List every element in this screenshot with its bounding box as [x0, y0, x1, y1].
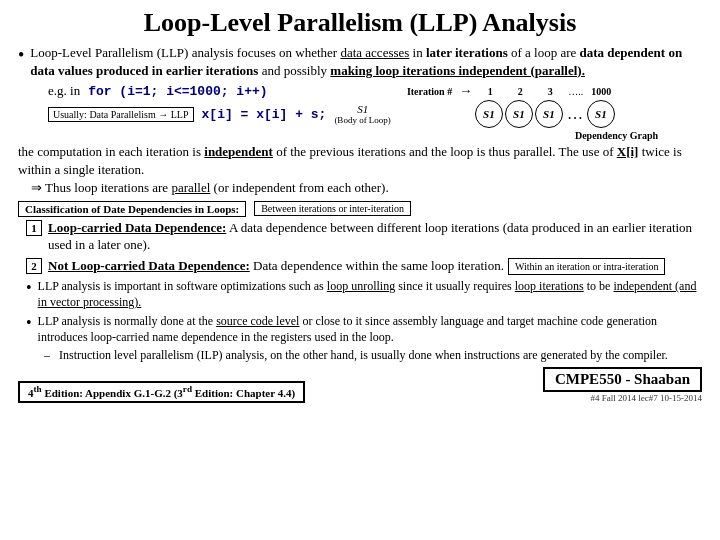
s1-label: S1	[357, 103, 368, 115]
bullet-dot: •	[18, 45, 24, 67]
iter-num-1: 1	[476, 86, 504, 97]
indep-section: the computation in each iteration is ind…	[18, 143, 702, 198]
llp-text-2: LLP analysis is normally done at the sou…	[38, 313, 702, 345]
llp-bullet-2: • LLP analysis is normally done at the s…	[26, 313, 702, 345]
iter-circle-dots: …	[567, 105, 583, 123]
item2-badge: 2	[26, 258, 42, 274]
eg-for: for (i=1; i<=1000; i++)	[88, 84, 267, 99]
iter-num-2: 2	[506, 86, 534, 97]
footer-badge: CMPE550 - Shaaban	[543, 367, 702, 392]
eg-label: e.g. in	[48, 83, 80, 99]
llp-dot-2: •	[26, 313, 32, 332]
classif-row: Classification of Date Dependencies in L…	[18, 201, 702, 217]
page: Loop-Level Parallelism (LLP) Analysis • …	[0, 0, 720, 540]
numbered-items: 1 Loop-carried Data Dependence: A data d…	[26, 219, 702, 276]
usually-label: Usually: Data Parallelism → LLP	[48, 107, 194, 122]
footer-edition-text: 4th Edition: Appendix G.1-G.2 (3rd Editi…	[28, 387, 295, 399]
llp-text-1: LLP analysis is important in software op…	[38, 278, 702, 310]
footer-right: CMPE550 - Shaaban #4 Fall 2014 lec#7 10-…	[543, 367, 702, 403]
llp-bullets: • LLP analysis is important in software …	[26, 278, 702, 345]
llp-dot-1: •	[26, 278, 32, 297]
eg-xxi: x[i] = x[i] + s;	[202, 107, 327, 122]
iter-box-1000: S1	[587, 100, 615, 128]
within-box: Within an iteration or intra-iteration	[508, 258, 665, 276]
between-box: Between iterations or inter-iteration	[254, 201, 411, 216]
dep-item-1: 1 Loop-carried Data Dependence: A data d…	[26, 219, 702, 254]
footer-row: 4th Edition: Appendix G.1-G.2 (3rd Editi…	[18, 367, 702, 403]
s1-sublabel: (Body of Loop)	[334, 115, 391, 125]
intro-text: Loop-Level Parallelism (LLP) analysis fo…	[30, 44, 702, 79]
dep-graph-label: Dependency Graph	[575, 130, 658, 141]
item2-text: Not Loop-carried Data Dependence: Data d…	[48, 257, 665, 276]
footer-small: #4 Fall 2014 lec#7 10-15-2014	[591, 393, 703, 403]
ilp-note: – Instruction level parallelism (ILP) an…	[38, 347, 702, 363]
dep-item-2: 2 Not Loop-carried Data Dependence: Data…	[26, 257, 702, 276]
iter-num-3: 3	[536, 86, 564, 97]
page-title: Loop-Level Parallelism (LLP) Analysis	[18, 8, 702, 38]
item1-text: Loop-carried Data Dependence: A data dep…	[48, 219, 702, 254]
footer-edition: 4th Edition: Appendix G.1-G.2 (3rd Editi…	[18, 381, 305, 404]
classif-box: Classification of Date Dependencies in L…	[18, 201, 246, 217]
iter-num-1000: 1000	[587, 86, 615, 97]
intro-section: • Loop-Level Parallelism (LLP) analysis …	[18, 44, 702, 79]
iter-box-3: S1	[535, 100, 563, 128]
llp-bullet-1: • LLP analysis is important in software …	[26, 278, 702, 310]
iteration-diagram: Iteration # → 1 2 3 ….. 1000 S1 S1 S1 … …	[407, 83, 615, 128]
item1-badge: 1	[26, 220, 42, 236]
iter-box-2: S1	[505, 100, 533, 128]
arrow-icon: →	[459, 83, 472, 99]
iter-box-1: S1	[475, 100, 503, 128]
iter-label: Iteration #	[407, 86, 452, 97]
iter-dots-label: …..	[568, 86, 583, 97]
